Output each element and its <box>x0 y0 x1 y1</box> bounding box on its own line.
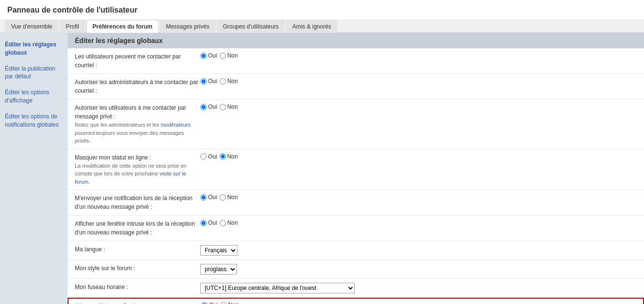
radio-pm-contact-oui[interactable]: Oui <box>200 103 217 110</box>
radio-pm-popup-oui[interactable]: Oui <box>200 219 217 226</box>
radio-pm-notification-non[interactable]: Non <box>220 194 238 201</box>
tab-friends[interactable]: Amis & ignorés <box>286 20 337 33</box>
label-timezone: Mon fuseau horaire : <box>75 283 200 291</box>
control-admin-email: Oui Non <box>200 78 238 85</box>
row-language: Ma langue : Français <box>68 241 644 260</box>
tab-profile[interactable]: Profil <box>59 20 85 33</box>
row-pm-notification: M'envoyer une notification lors de la ré… <box>68 190 644 216</box>
sidebar: Éditer les réglages globaux Éditer la pu… <box>0 33 68 304</box>
sidebar-item-edit-global[interactable]: Éditer les réglages globaux <box>0 37 68 61</box>
label-contact-email: Les utilisateurs peuvent me contacter pa… <box>75 52 200 70</box>
control-pm-notification: Oui Non <box>200 194 238 201</box>
row-hide-status: Masquer mon statut en ligne : La modific… <box>68 149 644 190</box>
radio-dst-non[interactable]: Non <box>221 302 239 304</box>
radio-admin-email-non[interactable]: Non <box>220 78 238 85</box>
control-hide-status: Oui Non <box>200 153 238 160</box>
tab-overview[interactable]: Vue d'ensemble <box>5 20 58 33</box>
label-hide-status: Masquer mon statut en ligne : La modific… <box>75 153 200 186</box>
control-contact-email: Oui Non <box>200 52 238 59</box>
control-pm-contact: Oui Non <box>200 103 238 110</box>
radio-hide-status-non[interactable]: Non <box>220 153 238 160</box>
row-admin-email: Autoriser les administrateurs à me conta… <box>68 74 644 100</box>
content-area: Éditer les réglages globaux Les utilisat… <box>68 33 644 304</box>
row-style: Mon style sur le forum : proglass <box>68 260 644 279</box>
row-dst: L'heure d'été est effective : Oui Non <box>68 298 644 304</box>
label-pm-notification: M'envoyer une notification lors de la ré… <box>75 194 200 211</box>
radio-contact-email-oui[interactable]: Oui <box>200 52 217 59</box>
sidebar-item-edit-display[interactable]: Éditer les options d'affichage <box>0 85 68 109</box>
control-style: proglass <box>200 264 237 275</box>
row-pm-popup: Afficher une fenêtre intruse lors de la … <box>68 216 644 241</box>
tabs-bar: Vue d'ensemble Profil Préférences du for… <box>0 19 644 33</box>
sidebar-item-edit-notifications[interactable]: Éditer les options de notifications glob… <box>0 109 68 133</box>
radio-hide-status-oui[interactable]: Oui <box>200 153 217 160</box>
tab-messages[interactable]: Messages privés <box>160 20 216 33</box>
label-dst: L'heure d'été est effective : <box>76 302 201 304</box>
control-dst: Oui Non <box>201 302 239 304</box>
radio-contact-email-non[interactable]: Non <box>220 52 238 59</box>
row-timezone: Mon fuseau horaire : [UTC+1] Europe cent… <box>68 279 644 298</box>
control-pm-popup: Oui Non <box>200 219 238 226</box>
label-admin-email: Autoriser les administrateurs à me conta… <box>75 78 200 95</box>
radio-pm-popup-non[interactable]: Non <box>220 219 238 226</box>
radio-pm-contact-non[interactable]: Non <box>220 103 238 110</box>
control-language: Français <box>200 245 238 256</box>
radio-admin-email-oui[interactable]: Oui <box>200 78 217 85</box>
control-timezone: [UTC+1] Europe centrale, Afrique de l'ou… <box>200 283 355 293</box>
select-timezone[interactable]: [UTC+1] Europe centrale, Afrique de l'ou… <box>200 283 355 293</box>
radio-pm-notification-oui[interactable]: Oui <box>200 194 217 201</box>
sidebar-item-edit-publication[interactable]: Éditer la publication par défaut <box>0 61 68 85</box>
section-header: Éditer les réglages globaux <box>68 33 644 48</box>
select-language[interactable]: Français <box>200 245 238 256</box>
row-pm-contact: Autoriser les utilisateurs à me contacte… <box>68 100 644 149</box>
tab-preferences[interactable]: Préférences du forum <box>86 20 159 33</box>
label-pm-contact: Autoriser les utilisateurs à me contacte… <box>75 103 200 145</box>
radio-dst-oui[interactable]: Oui <box>201 302 218 304</box>
label-style: Mon style sur le forum : <box>75 264 200 273</box>
select-style[interactable]: proglass <box>200 264 237 275</box>
label-language: Ma langue : <box>75 245 200 254</box>
row-contact-email: Les utilisateurs peuvent me contacter pa… <box>68 48 644 74</box>
label-pm-popup: Afficher une fenêtre intruse lors de la … <box>75 219 200 237</box>
tab-groups[interactable]: Groupes d'utilisateurs <box>217 20 285 33</box>
page-title: Panneau de contrôle de l'utilisateur <box>0 0 644 19</box>
